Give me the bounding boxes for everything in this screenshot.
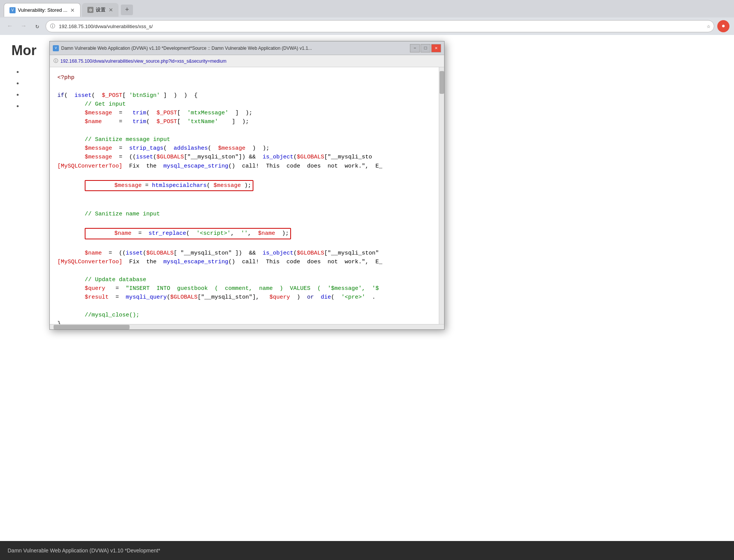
code-line-1: <?php [57, 73, 431, 82]
code-line-blank5 [57, 302, 431, 310]
code-line-11: [MySQLConverterToo] Fix the mysql_escape… [57, 162, 431, 171]
tab-close-2[interactable]: ✕ [109, 7, 113, 13]
popup-vertical-scrollbar[interactable] [439, 67, 444, 324]
address-bar-row: ← → ↻ ⓘ ☆ ● [0, 17, 734, 35]
code-line-9: $message = strip_tags( addslashes( $mess… [57, 144, 431, 153]
status-bar: Damn Vulnerable Web Application (DVWA) v… [0, 541, 734, 560]
forward-button[interactable]: → [18, 21, 29, 32]
reload-button[interactable]: ↻ [32, 21, 43, 32]
popup-win-buttons: – □ ✕ [410, 44, 441, 52]
code-line-blank3 [57, 201, 431, 210]
popup-titlebar: V Damn Vulnerable Web Application (DVWA)… [50, 41, 444, 55]
code-line-20: $query = "INSERT INTO guestbook ( commen… [57, 284, 431, 293]
code-line-4: // Get input [57, 100, 431, 109]
new-tab-button[interactable]: + [121, 5, 133, 15]
address-wrapper: ⓘ ☆ [46, 20, 714, 32]
code-line-17: [MySQLConverterToo] Fix the mysql_escape… [57, 258, 431, 266]
code-line-blank4 [57, 266, 431, 275]
popup-address-bar: ⓘ 192.168.75.100/dvwa/vulnerabilities/vi… [50, 55, 444, 67]
code-line-15: $name = str_replace( '<script>', '', $na… [57, 218, 431, 249]
address-info-icon: ⓘ [50, 23, 55, 30]
code-line-16: $name = ((isset($GLOBALS[ "__mysqli_ston… [57, 249, 431, 258]
code-line-5: $message = trim( $_POST[ 'mtxMessage' ] … [57, 109, 431, 117]
popup-favicon: V [53, 45, 59, 51]
tab-settings[interactable]: ⚙ 设置 ✕ [82, 3, 119, 17]
tab-vulnerability[interactable]: V Vulnerability: Stored ... ✕ [4, 3, 81, 17]
popup-minimize-btn[interactable]: – [410, 44, 420, 52]
highlight-str-replace: $name = str_replace( '<script>', '', $na… [85, 228, 291, 239]
popup-window: V Damn Vulnerable Web Application (DVWA)… [49, 41, 445, 330]
code-line-3: if( isset( $_POST[ 'btnSign' ] ) ) { [57, 91, 431, 100]
code-line-12: $message = htmlspecialchars( $message ); [57, 171, 431, 201]
tab-close-1[interactable]: ✕ [70, 7, 75, 13]
tab-label-1: Vulnerability: Stored ... [18, 7, 67, 13]
status-text: Damn Vulnerable Web Application (DVWA) v… [8, 547, 160, 554]
popup-maximize-btn[interactable]: □ [421, 44, 430, 52]
code-line-23: //mysql_close(); [57, 311, 431, 320]
tab-favicon-2: ⚙ [87, 7, 93, 13]
code-container: <?php if( isset( $_POST[ 'btnSign' ] ) )… [50, 67, 444, 324]
browser-chrome: V Vulnerability: Stored ... ✕ ⚙ 设置 ✕ + ←… [0, 0, 734, 35]
popup-vscroll-thumb [440, 71, 444, 94]
tab-bar: V Vulnerability: Stored ... ✕ ⚙ 设置 ✕ + [0, 0, 734, 17]
browser-action-button[interactable]: ● [717, 20, 729, 32]
highlight-htmlspecialchars: $message = htmlspecialchars( $message ); [85, 180, 253, 191]
popup-horizontal-scrollbar[interactable] [50, 324, 444, 329]
code-scroll-area[interactable]: <?php if( isset( $_POST[ 'btnSign' ] ) )… [50, 67, 439, 324]
bookmark-button[interactable]: ☆ [707, 22, 710, 30]
popup-close-btn[interactable]: ✕ [431, 44, 441, 52]
code-line-blank2 [57, 127, 431, 135]
code-line-14: // Sanitize name input [57, 210, 431, 218]
popup-address-url: 192.168.75.100/dvwa/vulnerabilities/view… [60, 59, 226, 64]
popup-address-info-icon: ⓘ [54, 58, 58, 64]
code-line-10: $message = ((isset($GLOBALS["__mysqli_st… [57, 153, 431, 161]
popup-title-text: Damn Vulnerable Web Application (DVWA) v… [61, 46, 408, 51]
tab-label-2: 设置 [96, 6, 106, 13]
address-input[interactable] [46, 20, 714, 32]
code-line-blank1 [57, 82, 431, 91]
code-line-24: } [57, 320, 431, 324]
code-line-19: // Update database [57, 275, 431, 284]
popup-hscroll-thumb [54, 325, 130, 329]
code-line-6: $name = trim( $_POST[ 'txtName' ] ); [57, 117, 431, 126]
code-line-21: $result = mysqli_query($GLOBALS["__mysql… [57, 293, 431, 302]
code-line-8: // Sanitize message input [57, 135, 431, 144]
back-button[interactable]: ← [5, 21, 15, 32]
tab-favicon-1: V [9, 7, 16, 13]
